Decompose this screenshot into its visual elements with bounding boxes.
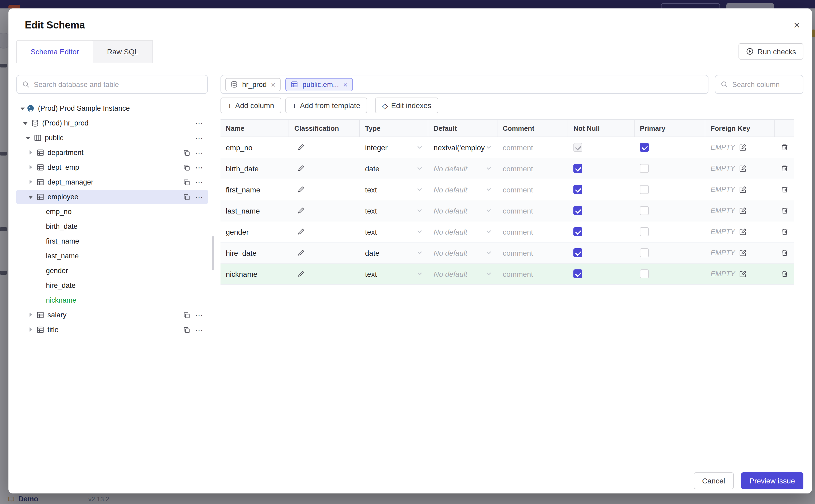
tree-item-column[interactable]: birth_date — [16, 219, 208, 234]
tree-item-column[interactable]: first_name — [16, 234, 208, 248]
more-icon[interactable]: ⋯ — [195, 119, 204, 127]
column-name-input[interactable]: first_name — [226, 185, 260, 194]
add-from-template-button[interactable]: + Add from template — [285, 98, 367, 113]
edit-indexes-button[interactable]: ◇ Edit indexes — [375, 98, 439, 113]
tree-item-table-title[interactable]: title ⋯ — [16, 323, 208, 337]
close-icon[interactable]: × — [790, 18, 803, 32]
type-select[interactable]: date — [360, 158, 428, 179]
classification-edit-icon[interactable] — [297, 249, 305, 257]
edit-foreign-key-icon[interactable] — [739, 164, 747, 172]
tree-item-database[interactable]: (Prod) hr_prod ⋯ — [16, 116, 208, 130]
primary-checkbox[interactable] — [640, 185, 649, 194]
close-icon[interactable]: × — [343, 80, 348, 88]
comment-input[interactable]: comment — [503, 164, 533, 173]
more-icon[interactable]: ⋯ — [195, 193, 204, 201]
delete-column-icon[interactable] — [780, 164, 788, 172]
tree-item-table-salary[interactable]: salary ⋯ — [16, 308, 208, 322]
edit-foreign-key-icon[interactable] — [739, 270, 747, 278]
scrollbar-thumb[interactable] — [212, 236, 214, 270]
type-select[interactable]: date — [360, 243, 428, 263]
copy-icon[interactable] — [183, 326, 190, 333]
tree-item-column[interactable]: emp_no — [16, 205, 208, 219]
type-select[interactable]: text — [360, 179, 428, 200]
default-select[interactable]: No default — [428, 221, 498, 242]
copy-icon[interactable] — [183, 193, 190, 201]
caret-right-icon[interactable] — [28, 179, 34, 185]
more-icon[interactable]: ⋯ — [195, 311, 204, 319]
tree-item-column[interactable]: gender — [16, 264, 208, 278]
more-icon[interactable]: ⋯ — [195, 326, 204, 334]
type-select[interactable]: integer — [360, 137, 428, 158]
type-select[interactable]: text — [360, 221, 428, 242]
edit-foreign-key-icon[interactable] — [739, 249, 747, 257]
tree-item-table-employee[interactable]: employee ⋯ — [16, 190, 208, 204]
edit-foreign-key-icon[interactable] — [739, 207, 747, 215]
default-select[interactable]: No default — [428, 243, 498, 263]
tree-item-table-dept-emp[interactable]: dept_emp ⋯ — [16, 160, 208, 175]
primary-checkbox[interactable] — [640, 143, 649, 152]
tree-item-column[interactable]: last_name — [16, 249, 208, 263]
column-name-input[interactable]: gender — [226, 227, 249, 236]
delete-column-icon[interactable] — [780, 270, 788, 278]
caret-down-icon[interactable] — [28, 194, 34, 200]
more-icon[interactable]: ⋯ — [195, 149, 204, 157]
edit-foreign-key-icon[interactable] — [739, 228, 747, 236]
comment-input[interactable]: comment — [503, 206, 533, 215]
caret-right-icon[interactable] — [28, 164, 34, 171]
primary-checkbox[interactable] — [640, 269, 649, 278]
close-icon[interactable]: × — [271, 80, 276, 88]
edit-foreign-key-icon[interactable] — [739, 186, 747, 193]
default-select[interactable]: No default — [428, 200, 498, 221]
copy-icon[interactable] — [183, 149, 190, 156]
primary-checkbox[interactable] — [640, 248, 649, 257]
default-select[interactable]: No default — [428, 264, 498, 284]
comment-input[interactable]: comment — [503, 185, 533, 194]
add-column-button[interactable]: + Add column — [220, 98, 281, 113]
not-null-checkbox[interactable] — [574, 227, 582, 236]
cancel-button[interactable]: Cancel — [694, 472, 734, 489]
copy-icon[interactable] — [183, 178, 190, 186]
classification-edit-icon[interactable] — [297, 164, 305, 172]
caret-down-icon[interactable] — [23, 120, 29, 126]
not-null-checkbox[interactable] — [574, 269, 582, 278]
default-select[interactable]: No default — [428, 158, 498, 179]
default-select[interactable]: No default — [428, 179, 498, 200]
classification-edit-icon[interactable] — [297, 186, 305, 193]
column-name-input[interactable]: emp_no — [226, 143, 252, 152]
comment-input[interactable]: comment — [503, 270, 533, 278]
tab-raw-sql[interactable]: Raw SQL — [93, 40, 153, 63]
classification-edit-icon[interactable] — [297, 143, 305, 151]
copy-icon[interactable] — [183, 311, 190, 319]
classification-edit-icon[interactable] — [297, 270, 305, 278]
edit-foreign-key-icon[interactable] — [739, 143, 747, 151]
delete-column-icon[interactable] — [780, 207, 788, 215]
classification-edit-icon[interactable] — [297, 228, 305, 236]
tree-search-input[interactable] — [34, 80, 202, 88]
column-name-input[interactable]: last_name — [226, 206, 260, 215]
preview-issue-button[interactable]: Preview issue — [741, 472, 803, 489]
tree-item-table-department[interactable]: department ⋯ — [16, 146, 208, 160]
column-name-input[interactable]: hire_date — [226, 249, 257, 257]
column-name-input[interactable]: birth_date — [226, 164, 259, 173]
classification-edit-icon[interactable] — [297, 207, 305, 215]
not-null-checkbox[interactable] — [574, 164, 582, 173]
column-search-input[interactable] — [732, 80, 815, 88]
more-icon[interactable]: ⋯ — [195, 178, 204, 186]
tree-item-schema-public[interactable]: public ⋯ — [16, 131, 208, 145]
caret-down-icon[interactable] — [20, 105, 26, 112]
column-name-input[interactable]: nickname — [226, 270, 257, 278]
not-null-checkbox[interactable] — [574, 185, 582, 194]
delete-column-icon[interactable] — [780, 186, 788, 193]
caret-right-icon[interactable] — [28, 327, 34, 333]
comment-input[interactable]: comment — [503, 249, 533, 257]
caret-right-icon[interactable] — [28, 312, 34, 318]
comment-input[interactable]: comment — [503, 227, 533, 236]
copy-icon[interactable] — [183, 164, 190, 171]
more-icon[interactable]: ⋯ — [195, 163, 204, 171]
tree-item-table-dept-manager[interactable]: dept_manager ⋯ — [16, 175, 208, 189]
delete-column-icon[interactable] — [780, 249, 788, 257]
tree-item-column-new[interactable]: nickname — [16, 293, 208, 307]
caret-down-icon[interactable] — [25, 135, 32, 141]
not-null-checkbox[interactable] — [574, 206, 582, 215]
primary-checkbox[interactable] — [640, 227, 649, 236]
